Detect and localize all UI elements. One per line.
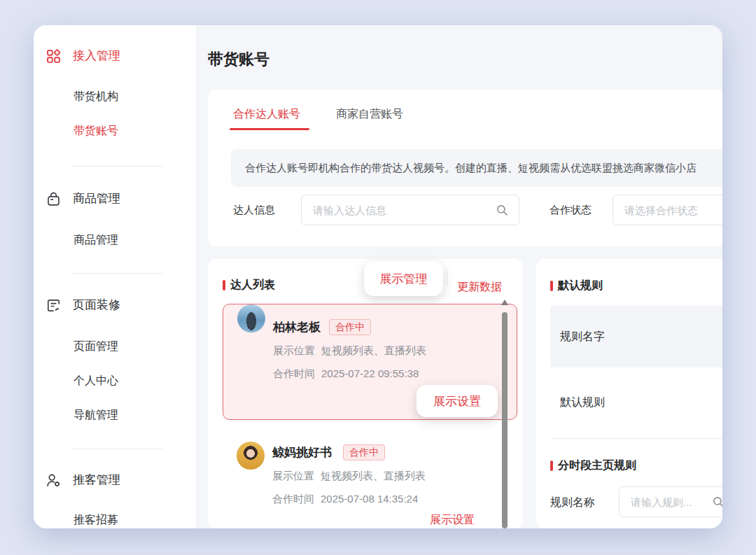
sidebar-item-sales-account[interactable]: 带货账号 xyxy=(74,121,118,141)
main-area: 带货账号 合作达人账号 商家自营账号 合作达人账号即机构合作的带货达人视频号。创… xyxy=(196,25,722,528)
button-divider xyxy=(447,271,447,286)
section-marker-bar xyxy=(223,280,225,290)
sidebar-item-promoter-recruit[interactable]: 推客招募 xyxy=(74,510,118,528)
sidebar-group-promoter[interactable]: 推客管理 xyxy=(46,470,120,490)
display-position-line: 展示位置短视频列表、直播列表 xyxy=(272,470,426,483)
rule-name-label: 规则名称 xyxy=(550,494,595,511)
coop-status-label: 合作状态 xyxy=(550,195,592,225)
display-settings-button[interactable]: 展示设置 xyxy=(416,385,498,417)
sidebar-group-label: 推客管理 xyxy=(73,470,120,490)
section-marker-bar xyxy=(550,461,553,471)
sidebar-divider xyxy=(72,449,163,449)
page-edit-icon xyxy=(46,297,62,314)
timed-rules-title: 分时段主页规则 xyxy=(550,458,636,473)
section-marker-bar xyxy=(550,281,553,291)
rule-table-header: 规则名字 xyxy=(550,306,722,367)
talent-info-input-wrap xyxy=(301,195,519,225)
rule-name-input-wrap xyxy=(619,486,722,517)
display-manage-button[interactable]: 展示管理 xyxy=(364,261,443,296)
sidebar-item-agency[interactable]: 带货机构 xyxy=(74,87,118,106)
status-badge: 合作中 xyxy=(343,444,385,461)
search-icon[interactable] xyxy=(711,495,722,512)
rule-name-input[interactable] xyxy=(620,487,722,517)
status-badge: 合作中 xyxy=(329,319,371,335)
info-banner: 合作达人账号即机构合作的带货达人视频号。创建的直播、短视频需从优选联盟挑选商家微… xyxy=(231,149,722,187)
app-window: 接入管理 带货机构 带货账号 商品管理 商品管理 xyxy=(34,25,722,528)
filters-card: 合作达人账号 商家自营账号 合作达人账号即机构合作的带货达人视频号。创建的直播、… xyxy=(208,90,722,246)
rules-card: 默认规则 规则名字 默认规则 分时段主页规则 规则名称 xyxy=(536,259,722,528)
sidebar-divider xyxy=(72,273,163,274)
scrollbar-thumb[interactable] xyxy=(502,312,507,528)
talent-list-item[interactable]: 柏林老板 合作中 展示位置短视频列表、直播列表 合作时间2025-07-22 0… xyxy=(223,304,517,420)
talent-info-label: 达人信息 xyxy=(233,195,275,225)
rules-divider xyxy=(550,438,722,439)
refresh-data-button[interactable]: 更新数据 xyxy=(457,280,502,295)
sidebar-item-nav-manage[interactable]: 导航管理 xyxy=(74,405,118,425)
default-rules-title: 默认规则 xyxy=(550,279,603,293)
sidebar-group-label: 商品管理 xyxy=(73,189,120,209)
display-position-line: 展示位置短视频列表、直播列表 xyxy=(273,344,426,358)
talent-list-item[interactable]: 鲸妈挑好书 合作中 展示位置短视频列表、直播列表 合作时间2025-07-08 … xyxy=(223,430,517,528)
sidebar: 接入管理 带货机构 带货账号 商品管理 商品管理 xyxy=(34,25,196,528)
talent-list-title: 达人列表 xyxy=(223,278,275,293)
sidebar-group-page-decorate[interactable]: 页面装修 xyxy=(46,295,120,315)
sidebar-divider xyxy=(72,166,163,167)
rule-table-row[interactable]: 默认规则 xyxy=(560,393,605,412)
search-icon[interactable] xyxy=(495,203,509,220)
talent-name: 柏林老板 xyxy=(273,319,321,335)
talent-avatar xyxy=(237,442,265,470)
talent-info-input[interactable] xyxy=(302,195,519,225)
vertical-scrollbar[interactable] xyxy=(501,295,508,528)
coop-status-select-wrap xyxy=(612,195,722,225)
coop-time-line: 合作时间2025-07-22 09:55:38 xyxy=(273,367,419,381)
talent-name: 鲸妈挑好书 xyxy=(272,444,332,461)
sidebar-group-goods[interactable]: 商品管理 xyxy=(46,189,120,209)
tab-merchant-own-account[interactable]: 商家自营账号 xyxy=(336,107,403,122)
page-title: 带货账号 xyxy=(208,49,270,70)
display-settings-link[interactable]: 展示设置 xyxy=(430,513,475,528)
bag-icon xyxy=(46,191,62,207)
grid-icon xyxy=(46,48,62,64)
scroll-up-arrow-icon[interactable] xyxy=(501,300,508,305)
active-tab-underline xyxy=(230,128,309,130)
tab-partner-talent-account[interactable]: 合作达人账号 xyxy=(233,107,300,122)
promoter-icon xyxy=(46,472,62,489)
coop-status-select[interactable] xyxy=(613,195,722,225)
sidebar-group-access[interactable]: 接入管理 xyxy=(46,46,120,66)
sidebar-item-page-manage[interactable]: 页面管理 xyxy=(74,337,118,356)
sidebar-group-label: 接入管理 xyxy=(73,46,120,66)
coop-time-line: 合作时间2025-07-08 14:35:24 xyxy=(272,493,418,506)
sidebar-item-personal-center[interactable]: 个人中心 xyxy=(74,371,118,391)
talent-list-card: 达人列表 展示管理 更新数据 柏林老板 合作中 展示位置短视频列表、直播列表 合… xyxy=(208,259,523,528)
sidebar-group-label: 页面装修 xyxy=(73,295,120,315)
sidebar-item-goods-manage[interactable]: 商品管理 xyxy=(74,230,118,250)
talent-avatar xyxy=(237,304,265,332)
